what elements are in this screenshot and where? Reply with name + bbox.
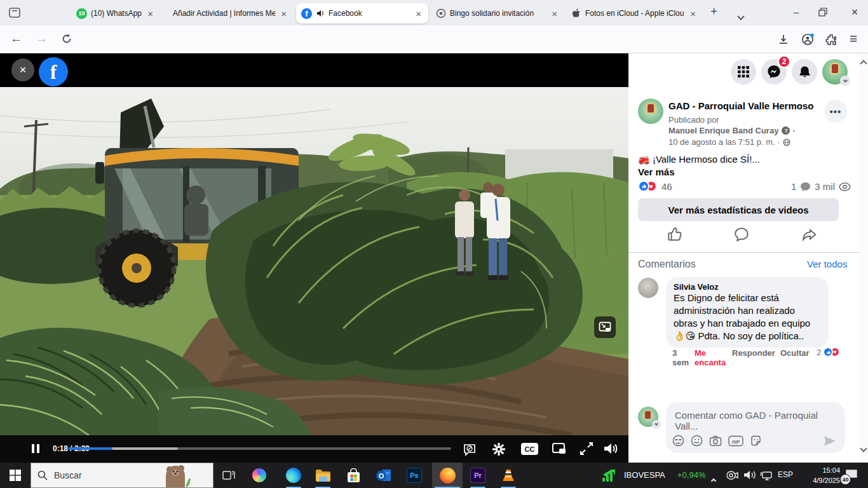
close-tab-icon[interactable]: × <box>688 8 698 19</box>
commenter-name[interactable]: Silvia Veloz <box>674 282 821 292</box>
account-icon[interactable] <box>801 33 814 46</box>
close-tab-icon[interactable]: × <box>279 8 288 19</box>
sidebar-scrollbar[interactable] <box>860 53 868 463</box>
network-icon[interactable] <box>760 470 773 481</box>
pip-overlay-icon[interactable] <box>594 316 616 338</box>
tab-icloud[interactable]: Fotos en iCloud - Apple iClou × <box>567 3 703 24</box>
emoji-icon[interactable] <box>691 435 703 447</box>
forward-icon[interactable]: → <box>36 32 48 46</box>
commenter-avatar[interactable] <box>638 278 658 298</box>
composer-avatar[interactable] <box>638 407 658 427</box>
reload-icon[interactable] <box>61 33 72 44</box>
tab-facebook[interactable]: f Facebook × <box>296 3 428 24</box>
close-tab-icon[interactable]: × <box>414 8 423 19</box>
downloads-icon[interactable] <box>778 34 789 45</box>
tab-manager-icon[interactable] <box>8 6 22 20</box>
profile-avatar[interactable] <box>822 59 848 85</box>
comment-reaction-label[interactable]: Me encanta <box>695 348 728 367</box>
search-highlight-bear[interactable] <box>163 463 191 487</box>
help-icon: ? <box>782 126 790 135</box>
send-icon[interactable] <box>824 435 836 447</box>
messenger-badge: 2 <box>778 55 790 68</box>
tray-expand-icon[interactable] <box>712 474 715 485</box>
comment-hide-link[interactable]: Ocultar <box>780 348 810 358</box>
edge-icon[interactable] <box>280 463 308 488</box>
comment-reactions[interactable]: 2 ♥ <box>817 347 840 357</box>
close-tab-icon[interactable]: × <box>146 8 155 19</box>
comment-action-button[interactable] <box>733 226 750 243</box>
comments-disabled-icon[interactable] <box>462 442 477 457</box>
file-explorer-icon[interactable] <box>309 463 337 488</box>
comment-reply-link[interactable]: Responder <box>732 348 775 358</box>
extensions-puzzle-icon[interactable] <box>825 34 837 45</box>
settings-gear-icon[interactable] <box>491 442 506 457</box>
scroll-down-icon[interactable] <box>860 445 867 452</box>
see-more-link[interactable]: Ver más <box>638 166 675 177</box>
scroll-up-icon[interactable] <box>860 60 867 67</box>
messenger-icon[interactable]: 2 <box>761 59 787 85</box>
tray-volume-icon[interactable] <box>743 470 756 480</box>
taskbar-search-box[interactable]: Buscar <box>31 463 214 488</box>
gif-icon[interactable]: GIF <box>728 435 743 447</box>
volume-icon[interactable] <box>602 441 619 456</box>
post-author[interactable]: Manuel Enrique Band Curay ? · <box>668 126 796 135</box>
comment-bubble[interactable]: Silvia Veloz Es Digno de felicitar está … <box>666 277 829 348</box>
stock-change[interactable]: +0,94% <box>677 470 705 480</box>
sticker-icon[interactable] <box>750 435 762 447</box>
vlc-icon[interactable] <box>494 463 522 488</box>
video-frame: 302 <box>0 87 628 435</box>
tab-list-dropdown-icon[interactable] <box>738 10 743 22</box>
post-more-button[interactable]: ••• <box>824 100 847 123</box>
premiere-icon[interactable]: Pr <box>464 463 492 488</box>
tab-audio-icon[interactable] <box>316 9 325 18</box>
copilot-icon[interactable] <box>247 463 272 488</box>
language-indicator[interactable]: ESP <box>778 470 793 479</box>
clock[interactable]: 15:04 4/9/2025 <box>799 465 840 485</box>
tab-informes[interactable]: Añadir Actividad | Informes Mens × <box>164 3 294 24</box>
comment-composer[interactable]: Comentar como GAD - Parroquial Vall... G… <box>666 402 845 453</box>
back-icon[interactable]: ← <box>10 32 22 46</box>
comment-time-link[interactable]: 3 sem <box>672 348 691 367</box>
pause-button[interactable] <box>31 444 41 454</box>
minimize-button[interactable]: – <box>787 6 806 17</box>
video-stats-button[interactable]: Ver más estadísticas de videos <box>638 198 839 221</box>
tab-bingo[interactable]: Bingo solidario invitación × <box>431 3 564 24</box>
task-view-icon[interactable] <box>216 463 241 488</box>
pip-icon[interactable] <box>552 442 567 456</box>
meet-now-icon[interactable] <box>726 470 738 481</box>
close-window-button[interactable]: × <box>845 6 864 19</box>
composer-placeholder[interactable]: Comentar como GAD - Parroquial Vall... <box>675 410 836 431</box>
close-tab-icon[interactable]: × <box>550 8 559 19</box>
tab-whatsapp[interactable]: 10 (10) WhatsApp Business × <box>71 3 160 24</box>
menu-hamburger-icon[interactable]: ≡ <box>850 31 857 46</box>
fullscreen-icon[interactable] <box>580 442 593 456</box>
outlook-icon[interactable]: O <box>370 463 398 488</box>
notifications-bell-icon[interactable] <box>792 59 817 85</box>
page-avatar[interactable] <box>638 98 663 124</box>
facebook-logo[interactable]: f <box>39 57 68 86</box>
page-name[interactable]: GAD - Parroquial Valle Hermoso <box>668 100 813 111</box>
photoshop-icon[interactable]: Ps <box>400 463 428 488</box>
progress-bar[interactable] <box>69 447 451 450</box>
notification-center-icon[interactable]: 40 <box>845 469 858 481</box>
captions-icon[interactable]: CC <box>521 443 538 455</box>
start-button[interactable] <box>0 463 31 488</box>
tab-label: (10) WhatsApp Business <box>91 9 142 18</box>
post-counters[interactable]: 1 3 mil <box>791 181 851 192</box>
see-all-comments-link[interactable]: Ver todos <box>807 259 847 269</box>
camera-icon[interactable] <box>709 435 722 447</box>
like-action-button[interactable] <box>667 226 683 243</box>
avatar-sticker-icon[interactable] <box>672 435 684 447</box>
post-date[interactable]: 10 de agosto a las 7:51 p. m. · <box>668 137 790 147</box>
new-tab-button[interactable]: + <box>710 4 717 18</box>
reactions-summary[interactable]: ♥ 46 <box>638 180 672 192</box>
maximize-button[interactable] <box>818 8 827 17</box>
firefox-icon[interactable] <box>432 463 463 488</box>
apps-grid-icon[interactable] <box>731 59 756 85</box>
close-video-icon[interactable]: × <box>11 58 34 81</box>
share-action-button[interactable] <box>801 226 818 243</box>
stock-name[interactable]: IBOVESPA <box>624 470 665 480</box>
microsoft-store-icon[interactable] <box>339 463 367 488</box>
video-player[interactable]: 302 <box>0 87 628 435</box>
stock-widget-icon[interactable] <box>599 463 620 488</box>
